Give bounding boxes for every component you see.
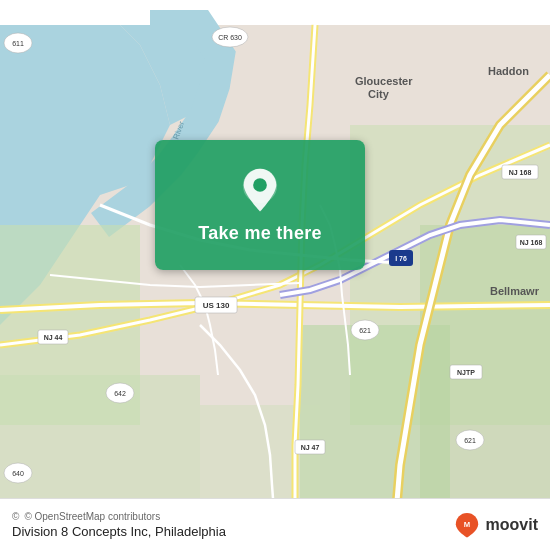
svg-text:NJ 44: NJ 44 — [44, 334, 63, 341]
svg-text:NJ 47: NJ 47 — [301, 444, 320, 451]
svg-text:NJ 168: NJ 168 — [509, 169, 532, 176]
map-background: US 130 NJ 44 NJ 47 621 621 642 I 76 NJ 1… — [0, 0, 550, 550]
svg-text:642: 642 — [114, 390, 126, 397]
location-name: Division 8 Concepts Inc, Philadelphia — [12, 524, 226, 539]
moovit-logo: M moovit — [453, 511, 538, 539]
svg-text:Bellmawr: Bellmawr — [490, 285, 540, 297]
svg-text:City: City — [368, 88, 390, 100]
svg-text:M: M — [463, 520, 469, 529]
moovit-brand-text: moovit — [486, 516, 538, 534]
location-pin-icon — [236, 167, 284, 215]
svg-text:621: 621 — [464, 437, 476, 444]
svg-text:Gloucester: Gloucester — [355, 75, 413, 87]
openstreetmap-attribution: © OpenStreetMap contributors — [24, 511, 160, 522]
bottom-bar: © © OpenStreetMap contributors Division … — [0, 498, 550, 550]
svg-text:NJ 168: NJ 168 — [520, 239, 543, 246]
svg-text:621: 621 — [359, 327, 371, 334]
svg-text:US 130: US 130 — [203, 301, 230, 310]
svg-point-39 — [253, 178, 267, 192]
take-me-there-label: Take me there — [198, 223, 322, 244]
svg-text:NJTP: NJTP — [457, 369, 475, 376]
take-me-there-button[interactable]: Take me there — [155, 140, 365, 270]
map-container: US 130 NJ 44 NJ 47 621 621 642 I 76 NJ 1… — [0, 0, 550, 550]
svg-text:611: 611 — [12, 40, 24, 47]
svg-text:640: 640 — [12, 470, 24, 477]
bottom-info: © © OpenStreetMap contributors Division … — [12, 511, 226, 539]
svg-text:CR 630: CR 630 — [218, 34, 242, 41]
svg-text:Haddon: Haddon — [488, 65, 529, 77]
svg-text:I 76: I 76 — [395, 255, 407, 262]
moovit-icon: M — [453, 511, 481, 539]
copyright-text: © © OpenStreetMap contributors — [12, 511, 226, 522]
copyright-symbol: © — [12, 511, 19, 522]
